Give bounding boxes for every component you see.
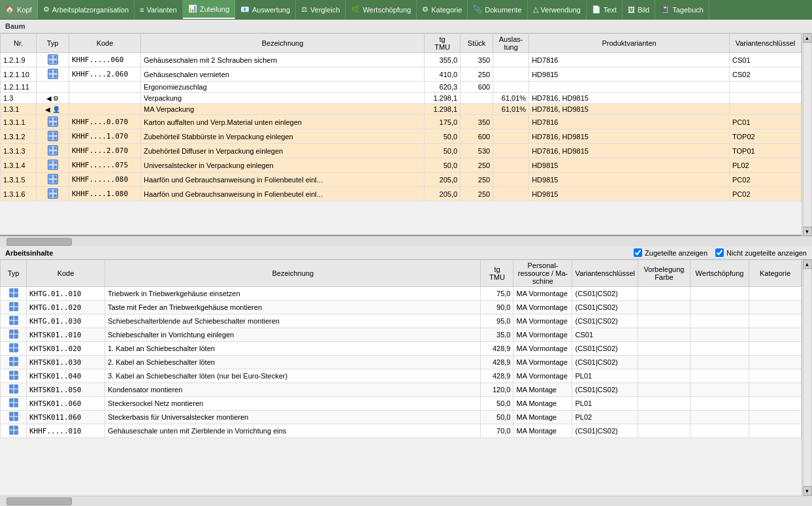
lower-table-row[interactable]: KHTSK01..010Schiebeschalter in Vorrichtu…	[1, 328, 802, 342]
lower-cell-personal: MA Montage	[513, 383, 572, 397]
lower-cell-kode: KHTG.01..010	[27, 287, 105, 301]
upper-table-row[interactable]: 1.3.1◀ 👤MA Verpackung1.298,161,01%HD7816…	[1, 104, 802, 115]
lower-cell-vorbelegung	[638, 301, 690, 314]
lower-cell-tg: 35,0	[481, 328, 513, 342]
topbar-label-auswertung: Auswertung	[252, 6, 290, 14]
svg-rect-45	[54, 190, 57, 193]
upper-table-row[interactable]: 1.2.1.9KHHF.....060Gehäuseschalen mit 2 …	[1, 53, 802, 67]
lower-table-row[interactable]: KHTSK01..050Kondensator montieren120,0MA…	[1, 383, 802, 397]
svg-rect-46	[49, 194, 52, 197]
col-stueck: Stück	[461, 34, 493, 53]
lower-table-row[interactable]: KHTSK01..0201. Kabel an Schiebeschalter …	[1, 342, 802, 356]
lower-cell-personal: MA Vormontage	[513, 342, 572, 356]
lower-cell-personal: MA Vormontage	[513, 287, 572, 301]
cell-stueck: 250	[461, 173, 493, 187]
lower-scrollbar[interactable]: ▲ ▼	[802, 260, 812, 496]
cell-kode: KHHF....1.080	[69, 187, 141, 201]
checkbox-zugeteilte-label: Zugeteilte anzeigen	[645, 249, 707, 257]
cell-kode: KHHF....2.060	[69, 67, 141, 82]
topbar-item-wertschoepfung[interactable]: 🌿 Wertschöpfung	[346, 0, 417, 19]
cell-bezeichnung: Haarfön und Gebrauchsanweisung in Folien…	[141, 187, 425, 201]
lower-hscroll-thumb[interactable]	[7, 498, 72, 505]
svg-rect-23	[54, 137, 57, 140]
lower-cell-wertschoepfung	[690, 328, 749, 342]
lower-table-row[interactable]: KHTSK01..0403. Kabel an Schiebeschalter …	[1, 369, 802, 383]
upper-table-row[interactable]: 1.3.1.1KHHF....0.070Karton auffalten und…	[1, 115, 802, 129]
cell-tg: 1.298,1	[425, 104, 461, 115]
lower-table-row[interactable]: KHTG.01..030Schiebeschalterblende auf Sc…	[1, 314, 802, 328]
cell-produktvarianten: HD9815	[529, 187, 730, 201]
svg-rect-9	[54, 70, 57, 73]
topbar-item-arbeitsplatz[interactable]: ⚙ Arbeitsplatzorganisation	[38, 0, 135, 19]
lower-grid-type-icon	[9, 346, 18, 354]
lower-scroll-down-btn[interactable]: ▼	[803, 486, 812, 496]
lower-table-row[interactable]: KHTSK01..0302. Kabel an Schiebeschalter …	[1, 356, 802, 369]
lower-table-row[interactable]: KHTSK01..060Steckersockel Netz montieren…	[1, 397, 802, 411]
scroll-up-btn[interactable]: ▲	[803, 33, 812, 42]
scroll-down-btn[interactable]: ▼	[803, 227, 812, 236]
topbar-item-varianten[interactable]: ≡ Varianten	[135, 0, 183, 19]
lower-cell-varianten: PL02	[572, 411, 638, 424]
checkbox-zugeteilte[interactable]: Zugeteilte anzeigen	[634, 248, 707, 257]
checkbox-nicht-zugeteilte[interactable]: Nicht zugeteilte anzeigen	[715, 248, 807, 257]
upper-hscrollbar[interactable]	[0, 236, 812, 246]
cell-variantenschluessel	[730, 82, 802, 93]
lower-cell-varianten: (CS01|CS02)	[572, 424, 638, 438]
grid-type-icon	[48, 160, 58, 170]
lower-table-row[interactable]: KHTSK011.060Steckerbasis für Universalst…	[1, 411, 802, 424]
lower-cell-kategorie	[749, 424, 802, 438]
upper-table-row[interactable]: 1.3.1.6KHHF....1.080Haarfön und Gebrauch…	[1, 187, 802, 201]
lower-table-row[interactable]: KHHF.....010Gehäuseschale unten mit Zier…	[1, 424, 802, 438]
upper-table-row[interactable]: 1.3◀ ⚙Verpackung1.298,161,01%HD7816, HD9…	[1, 93, 802, 104]
upper-table-row[interactable]: 1.3.1.3KHHF....2.070Zubehörteil Diffuser…	[1, 144, 802, 158]
topbar: 🏠 Kopf ⚙ Arbeitsplatzorganisation ≡ Vari…	[0, 0, 812, 20]
lower-table-row[interactable]: KHTG.01..010Triebwerk in Triebwerkgehäus…	[1, 287, 802, 301]
lower-cell-vorbelegung	[638, 342, 690, 356]
topbar-item-auswertung[interactable]: 📧 Auswertung	[235, 0, 296, 19]
lower-hscrollbar[interactable]	[0, 496, 812, 506]
cell-nr: 1.3.1	[1, 104, 37, 115]
upper-table-row[interactable]: 1.2.1.11Ergonomiezuschlag620,3600	[1, 82, 802, 93]
upper-table-row[interactable]: 1.3.1.4KHHF......075Universalstecker in …	[1, 158, 802, 173]
topbar-item-bild[interactable]: 🖼 Bild	[623, 0, 655, 19]
cell-bezeichnung: Ergonomiezuschlag	[141, 82, 425, 93]
upper-table-row[interactable]: 1.3.1.5KHHF......080Haarfön und Gebrauch…	[1, 173, 802, 187]
checkbox-nicht-zugeteilte-input[interactable]	[715, 248, 724, 257]
lower-scroll-up-btn[interactable]: ▲	[803, 260, 812, 269]
topbar-label-varianten: Varianten	[146, 6, 176, 14]
lower-cell-kode: KHHF.....010	[27, 424, 105, 438]
topbar-item-kategorie[interactable]: ⚙ Kategorie	[417, 0, 468, 19]
cell-produktvarianten: HD7816, HD9815	[529, 144, 730, 158]
lower-cell-typ	[1, 301, 27, 314]
svg-rect-38	[49, 175, 52, 178]
cell-bezeichnung: Universalstecker in Verpackung einlegen	[141, 158, 425, 173]
middle-bar: Arbeitsinhalte Zugeteilte anzeigen Nicht…	[0, 246, 812, 260]
scroll-track-upper[interactable]	[803, 42, 812, 227]
topbar-item-verwendung[interactable]: △ Verwendung	[528, 0, 587, 19]
lower-cell-varianten: PL01	[572, 369, 638, 383]
topbar-item-zuteilung[interactable]: 📊 Zuteilung	[183, 0, 235, 19]
topbar-item-dokumente[interactable]: 📎 Dokumente	[468, 0, 527, 19]
upper-scrollbar[interactable]: ▲ ▼	[802, 33, 812, 236]
lower-cell-kode: KHTSK01..060	[27, 397, 105, 411]
lower-col-wertschoepfung: Wertschöpfung	[690, 260, 749, 287]
topbar-item-vergleich[interactable]: ⚖ Vergleich	[296, 0, 346, 19]
checkbox-zugeteilte-input[interactable]	[634, 248, 642, 257]
lower-cell-wertschoepfung	[690, 424, 749, 438]
topbar-item-kopf[interactable]: 🏠 Kopf	[0, 0, 38, 19]
lower-cell-typ	[1, 411, 27, 424]
cell-produktvarianten: HD7816	[529, 115, 730, 129]
scroll-track-lower[interactable]	[803, 269, 812, 486]
upper-hscroll-thumb[interactable]	[7, 238, 72, 246]
topbar-item-text[interactable]: 📄 Text	[587, 0, 623, 19]
lower-cell-kategorie	[749, 314, 802, 328]
lower-table-row[interactable]: KHTG.01..020Taste mit Feder an Triebwerk…	[1, 301, 802, 314]
topbar-item-tagebuch[interactable]: 📓 Tagebuch	[655, 0, 709, 19]
upper-table-row[interactable]: 1.2.1.10KHHF....2.060Gehäuseschalen vern…	[1, 67, 802, 82]
topbar-label-wertschoepfung: Wertschöpfung	[363, 6, 411, 14]
lower-cell-wertschoepfung	[690, 301, 749, 314]
lower-cell-bezeichnung: 2. Kabel an Schiebeschalter löten	[105, 356, 481, 369]
upper-table-row[interactable]: 1.3.1.2KHHF....1.070Zubehörteil Stabbürs…	[1, 129, 802, 144]
cell-typ	[37, 82, 69, 93]
cell-stueck: 250	[461, 158, 493, 173]
